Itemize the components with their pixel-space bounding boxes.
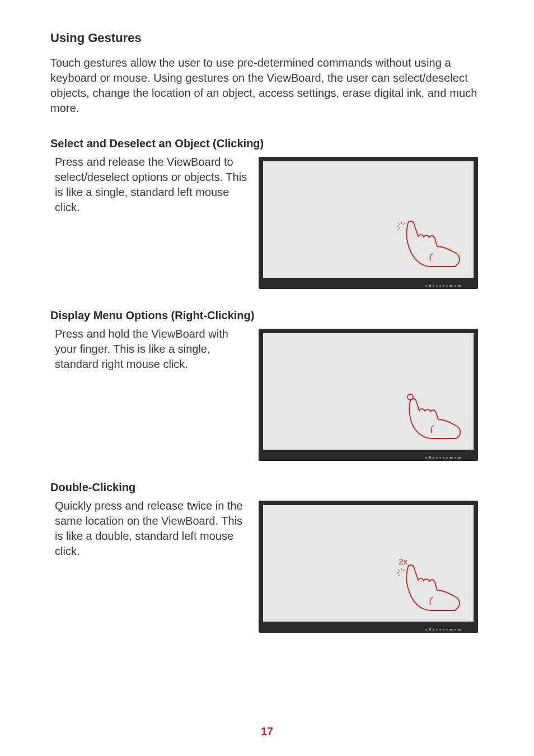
page-number: 17 <box>261 725 273 738</box>
intro-paragraph: Touch gestures allow the user to use pre… <box>50 55 486 116</box>
monitor-controls <box>425 456 461 459</box>
svg-line-8 <box>398 570 400 571</box>
section-row: Press and release the ViewBoard to selec… <box>50 155 486 289</box>
illustration-select <box>259 157 478 289</box>
heading-right-click: Display Menu Options (Right-Clicking) <box>50 309 486 322</box>
heading-using-gestures: Using Gestures <box>50 31 486 45</box>
tap-hand-icon <box>402 218 461 268</box>
section-row: Quickly press and release twice in the s… <box>50 498 486 633</box>
heading-select-deselect: Select and Deselect an Object (Clicking) <box>50 137 486 150</box>
section-row: Press and hold the ViewBoard with your f… <box>50 326 486 461</box>
monitor-controls <box>425 628 461 631</box>
heading-double-click: Double-Clicking <box>50 481 486 494</box>
illustration-double-click: 2x <box>259 501 478 633</box>
illustration-right-click <box>259 329 478 461</box>
body-right-click: Press and hold the ViewBoard with your f… <box>50 326 247 372</box>
doubletap-hand-icon <box>402 562 461 612</box>
monitor-controls <box>425 284 461 287</box>
svg-line-2 <box>398 223 400 225</box>
svg-line-4 <box>398 228 400 230</box>
body-double-click: Quickly press and release twice in the s… <box>50 498 247 559</box>
body-select-deselect: Press and release the ViewBoard to selec… <box>50 155 247 215</box>
hold-hand-icon <box>402 390 461 440</box>
svg-line-10 <box>398 575 400 576</box>
